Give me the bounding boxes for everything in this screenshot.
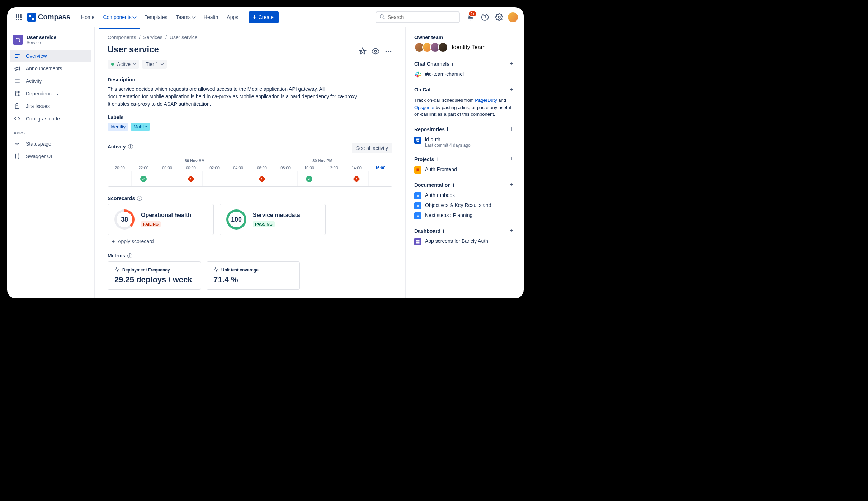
create-button[interactable]: +Create bbox=[249, 11, 279, 23]
timeline-lane bbox=[108, 171, 392, 186]
add-repo-button[interactable]: + bbox=[508, 126, 515, 133]
timeline-cell[interactable] bbox=[155, 171, 179, 186]
scorecards-label: Scorecardsi bbox=[108, 195, 392, 201]
notifications-icon[interactable]: 9+ bbox=[465, 11, 476, 23]
metric-deployment-frequency[interactable]: Deployment Frequency 29.25 deploys / wee… bbox=[108, 261, 201, 290]
repositories-label: Repositoriesi bbox=[414, 127, 448, 132]
time-label: 20:00 bbox=[108, 166, 132, 170]
nav-teams[interactable]: Teams bbox=[173, 11, 199, 23]
timeline-cell[interactable] bbox=[226, 171, 250, 186]
sidebar-item-dependencies[interactable]: Dependencies bbox=[10, 88, 91, 100]
doc-item[interactable]: ≡Objectives & Key Results and bbox=[414, 202, 515, 209]
info-icon[interactable]: i bbox=[128, 144, 133, 149]
pagerduty-link[interactable]: PagerDuty bbox=[475, 98, 497, 103]
info-icon[interactable]: i bbox=[452, 61, 453, 67]
metric-value: 71.4 % bbox=[213, 275, 293, 284]
settings-icon[interactable] bbox=[494, 11, 505, 23]
repo-item[interactable]: id-auth Last commit 4 days ago bbox=[414, 137, 515, 148]
timeline-cell[interactable] bbox=[179, 171, 203, 186]
add-oncall-button[interactable]: + bbox=[508, 86, 515, 93]
doc-item[interactable]: ≡Next steps : Planning bbox=[414, 212, 515, 219]
timeline-cell[interactable] bbox=[345, 171, 369, 186]
info-icon[interactable]: i bbox=[453, 182, 454, 188]
timeline-day-am: 30 Nov AM bbox=[185, 159, 205, 163]
svg-rect-19 bbox=[418, 240, 420, 241]
timeline-cell[interactable] bbox=[298, 171, 321, 186]
sidebar-subtitle: Service bbox=[27, 40, 56, 45]
nav-home[interactable]: Home bbox=[77, 11, 98, 23]
info-icon[interactable]: i bbox=[443, 228, 444, 234]
sidebar-item-config-as-code[interactable]: Config-as-code bbox=[10, 113, 91, 125]
timeline-cell[interactable] bbox=[321, 171, 345, 186]
chevron-down-icon bbox=[192, 14, 195, 18]
apply-scorecard-button[interactable]: +Apply scorecard bbox=[112, 238, 392, 244]
dashboard-item[interactable]: App screens for Bancly Auth bbox=[414, 238, 515, 245]
info-icon[interactable]: i bbox=[447, 127, 448, 132]
timeline-cell[interactable] bbox=[369, 171, 392, 186]
info-icon[interactable]: i bbox=[137, 196, 142, 201]
metric-unit-test-coverage[interactable]: Unit test coverage 71.4 % bbox=[207, 261, 300, 290]
doc-icon: ≡ bbox=[414, 192, 421, 199]
app-switcher-icon[interactable] bbox=[13, 11, 24, 23]
sidebar-item-jira-issues[interactable]: Jira Issues bbox=[10, 100, 91, 112]
dashboard-icon bbox=[414, 238, 421, 245]
see-all-activity-button[interactable]: See all activity bbox=[352, 143, 392, 153]
slack-icon bbox=[414, 71, 421, 78]
timeline-cell[interactable] bbox=[250, 171, 274, 186]
opsgenie-link[interactable]: Opsgenie bbox=[414, 105, 434, 110]
sidebar-item-overview[interactable]: Overview bbox=[10, 50, 91, 62]
timeline-cell[interactable] bbox=[108, 171, 132, 186]
info-icon[interactable]: i bbox=[127, 253, 132, 258]
label-tag[interactable]: Mobile bbox=[131, 123, 150, 131]
project-item[interactable]: Auth Frontend bbox=[414, 166, 515, 174]
timeline-cell[interactable] bbox=[132, 171, 155, 186]
product-logo[interactable]: Compass bbox=[27, 13, 70, 22]
search-box[interactable] bbox=[376, 11, 460, 23]
help-icon[interactable] bbox=[479, 11, 491, 23]
watch-icon[interactable] bbox=[372, 47, 379, 57]
scorecard-operational-health[interactable]: 38 Operational health FAILING bbox=[108, 204, 214, 235]
time-label: 10:00 bbox=[297, 166, 321, 170]
left-sidebar: User service Service Overview Announceme… bbox=[7, 27, 95, 298]
add-dashboard-button[interactable]: + bbox=[508, 227, 515, 235]
right-panel: Owner team Identity Team Chat Channelsi … bbox=[405, 27, 524, 298]
search-input[interactable] bbox=[388, 14, 456, 20]
sidebar-item-activity[interactable]: Activity bbox=[10, 75, 91, 87]
owner-team-row[interactable]: Identity Team bbox=[414, 42, 515, 52]
label-tag[interactable]: Identity bbox=[108, 123, 128, 131]
breadcrumb: Components/ Services/ User service bbox=[108, 34, 392, 40]
clipboard-icon bbox=[14, 103, 21, 110]
chat-channel-item[interactable]: #id-team-channel bbox=[414, 71, 515, 78]
page-title: User service bbox=[108, 44, 159, 55]
timeline-cell[interactable] bbox=[203, 171, 226, 186]
tier-chip[interactable]: Tier 1 bbox=[142, 60, 167, 69]
scorecard-service-metadata[interactable]: 100 Service metadata PASSING bbox=[220, 204, 326, 235]
add-project-button[interactable]: + bbox=[508, 156, 515, 163]
status-chip[interactable]: Active bbox=[108, 60, 139, 69]
nav-templates[interactable]: Templates bbox=[141, 11, 171, 23]
breadcrumb-link[interactable]: Services bbox=[143, 34, 162, 40]
scorecard-status: PASSING bbox=[253, 221, 275, 227]
more-icon[interactable] bbox=[385, 47, 392, 57]
sidebar-header: User service Service bbox=[10, 34, 91, 49]
sidebar-app-swagger[interactable]: Swagger UI bbox=[10, 150, 91, 162]
nav-components[interactable]: Components bbox=[99, 11, 139, 23]
add-chat-button[interactable]: + bbox=[508, 60, 515, 67]
star-icon[interactable] bbox=[359, 47, 367, 57]
scorecard-status: FAILING bbox=[141, 221, 161, 227]
doc-item[interactable]: ≡Auth runbook bbox=[414, 192, 515, 199]
add-doc-button[interactable]: + bbox=[508, 181, 515, 189]
sidebar-item-announcements[interactable]: Announcements bbox=[10, 62, 91, 75]
nav-health[interactable]: Health bbox=[200, 11, 222, 23]
timeline-cell[interactable] bbox=[274, 171, 298, 186]
info-icon[interactable]: i bbox=[436, 156, 438, 162]
sidebar-app-statuspage[interactable]: Statuspage bbox=[10, 138, 91, 150]
breadcrumb-link[interactable]: Components bbox=[108, 34, 136, 40]
braces-icon bbox=[14, 153, 21, 160]
error-event-icon bbox=[258, 175, 265, 183]
user-avatar[interactable] bbox=[508, 12, 518, 22]
nav-apps[interactable]: Apps bbox=[223, 11, 242, 23]
owner-team-label: Owner team bbox=[414, 34, 515, 40]
timeline-day-pm: 30 Nov PM bbox=[312, 159, 332, 163]
svg-point-13 bbox=[390, 51, 392, 52]
